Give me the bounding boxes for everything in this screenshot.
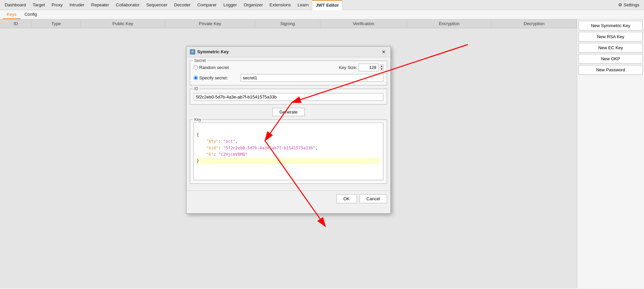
key-kid-val: "5f2c2eb0-5d7b-4a3e-ab7f-b1541575a33b"	[223, 146, 315, 150]
nav-proxy[interactable]: Proxy	[48, 0, 66, 10]
key-kty-key: "kty"	[206, 139, 218, 144]
generate-button[interactable]: Generate	[272, 108, 305, 116]
nav-logger[interactable]: Logger	[220, 0, 240, 10]
nav-dashboard[interactable]: Dashboard	[1, 0, 30, 10]
key-size-label: Key Size:	[339, 65, 357, 70]
modal-overlay: ⚡ Symmetric Key ✕ Secret Rando	[0, 19, 577, 288]
key-kid-key: "kid"	[206, 146, 218, 150]
secret-group-label: Secret	[193, 58, 207, 63]
key-brace-close: }	[197, 158, 380, 164]
top-navigation: Dashboard Target Proxy Intruder Repeater…	[0, 0, 644, 10]
nav-decoder[interactable]: Decoder	[171, 0, 194, 10]
symmetric-key-modal: ⚡ Symmetric Key ✕ Secret Rando	[186, 46, 391, 214]
generate-row: Generate	[190, 108, 387, 116]
key-k-val: "c2VjcmV0MQ"	[218, 152, 248, 157]
id-group: ID	[190, 89, 387, 104]
new-ec-key-button[interactable]: New EC Key	[579, 43, 643, 53]
id-group-label: ID	[193, 86, 200, 91]
nav-organizer[interactable]: Organizer	[240, 0, 266, 10]
modal-footer: OK Cancel	[186, 191, 390, 207]
nav-repeater[interactable]: Repeater	[88, 0, 112, 10]
key-size-input[interactable]	[359, 64, 379, 71]
secret-input[interactable]	[240, 74, 383, 82]
right-panel: New Symmetric Key New RSA Key New EC Key…	[577, 19, 644, 288]
table-area: ID Type Public Key Private Key Signing V…	[0, 19, 577, 288]
modal-body: Secret Random secret Key Size:	[186, 57, 390, 191]
new-rsa-key-button[interactable]: New RSA Key	[579, 32, 643, 42]
specify-label-part: Specify secret:	[194, 75, 240, 80]
sub-tabs: Keys Config	[0, 10, 644, 19]
new-symmetric-key-button[interactable]: New Symmetric Key	[579, 21, 643, 30]
key-size-spinner[interactable]: ▲▼	[380, 64, 383, 71]
cancel-button[interactable]: Cancel	[360, 194, 387, 203]
settings-button[interactable]: ⚙ Settings	[615, 0, 643, 10]
key-k-key: "k"	[206, 152, 214, 157]
new-password-button[interactable]: New Password	[579, 65, 643, 75]
key-group: Key { "kty": "oct", "kid": "5f2c2eb0-5d7…	[190, 120, 387, 184]
nav-target[interactable]: Target	[30, 0, 48, 10]
ok-button[interactable]: OK	[336, 194, 357, 203]
nav-comparer[interactable]: Comparer	[194, 0, 220, 10]
modal-close-button[interactable]: ✕	[380, 49, 387, 55]
random-secret-label[interactable]: Random secret	[194, 65, 229, 70]
modal-icon: ⚡	[190, 49, 195, 55]
key-brace-open: {	[197, 133, 199, 137]
nav-extensions[interactable]: Extensions	[266, 0, 294, 10]
id-input[interactable]	[194, 93, 383, 101]
nav-sequencer[interactable]: Sequencer	[143, 0, 171, 10]
main-content: ID Type Public Key Private Key Signing V…	[0, 19, 644, 288]
key-size-row: Key Size: ▲▼	[339, 64, 383, 71]
modal-title-text: Symmetric Key	[197, 49, 229, 54]
tab-keys[interactable]: Keys	[3, 10, 20, 19]
secret-group: Secret Random secret Key Size:	[190, 61, 387, 85]
key-display: { "kty": "oct", "kid": "5f2c2eb0-5d7b-4a…	[194, 123, 383, 180]
nav-jwt-editor[interactable]: JWT Editor	[312, 0, 342, 10]
modal-header: ⚡ Symmetric Key ✕	[186, 47, 390, 57]
random-secret-row: Random secret Key Size: ▲▼	[194, 64, 383, 71]
nav-learn[interactable]: Learn	[294, 0, 312, 10]
modal-title: ⚡ Symmetric Key	[190, 49, 229, 55]
random-secret-radio[interactable]	[194, 65, 198, 70]
new-okp-button[interactable]: New OKP	[579, 54, 643, 64]
specify-secret-row: Specify secret:	[194, 74, 383, 82]
specify-secret-label[interactable]: Specify secret:	[194, 75, 228, 80]
nav-intruder[interactable]: Intruder	[66, 0, 88, 10]
settings-icon: ⚙	[618, 2, 622, 7]
specify-secret-radio[interactable]	[194, 76, 198, 80]
key-kty-val: "oct"	[223, 139, 235, 144]
nav-collaborator[interactable]: Collaborator	[112, 0, 143, 10]
tab-config[interactable]: Config	[20, 10, 41, 19]
key-group-label: Key	[193, 117, 203, 122]
